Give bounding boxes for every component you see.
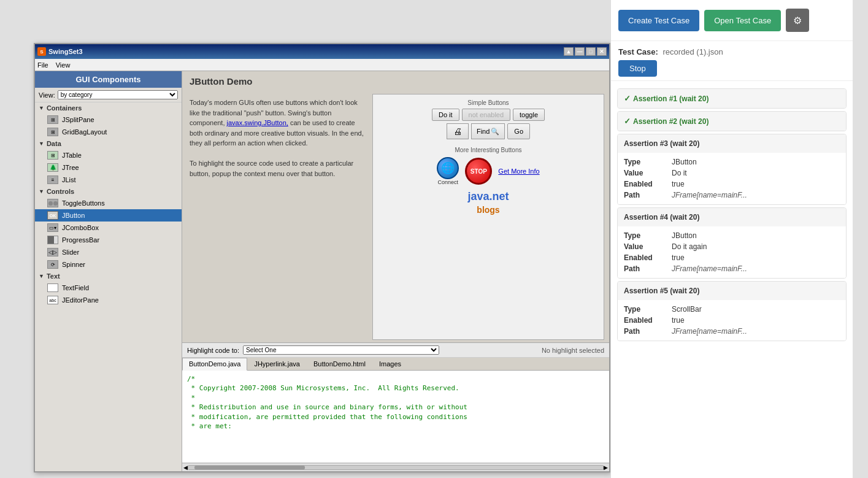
sidebar-item-jtable[interactable]: ⊞ JTable bbox=[35, 149, 182, 161]
assertion-2-label: Assertion #2 (wait 20) bbox=[633, 117, 709, 126]
path-val-4: JFrame[name=mainF... bbox=[672, 264, 840, 273]
sidebar-item-gridbaglayout[interactable]: ⊞ GridBagLayout bbox=[35, 126, 182, 138]
assertion-3-label: Assertion #3 (wait 20) bbox=[624, 139, 699, 148]
jbutton-link[interactable]: javax.swing.JButton, bbox=[227, 119, 288, 126]
highlight-select[interactable]: Select One bbox=[243, 345, 439, 355]
code-editor[interactable]: /* * Copyright 2007-2008 Sun Microsystem… bbox=[182, 371, 609, 463]
type-val-3: JButton bbox=[672, 158, 840, 166]
path-key-4: Path bbox=[624, 264, 667, 273]
printer-icon: 🖨 bbox=[453, 126, 462, 136]
menu-file[interactable]: File bbox=[37, 61, 48, 69]
chevron-up-icon: ▼ bbox=[39, 105, 44, 111]
assertion-1-label: Assertion #1 (wait 20) bbox=[633, 94, 709, 103]
sidebar-group-text: ▼ Text TextField abc JEditorPane bbox=[35, 271, 182, 306]
titlebar-minimize-btn[interactable]: — bbox=[575, 47, 585, 56]
path-key: Path bbox=[624, 191, 667, 199]
test-case-filename: recorded (1).json bbox=[663, 47, 723, 56]
enabled-val-3: true bbox=[672, 180, 840, 188]
group-containers-label[interactable]: Containers bbox=[47, 104, 82, 112]
jsplitpane-icon: ⊞ bbox=[47, 115, 58, 124]
sidebar-group-containers: ▼ Containers ⊞ JSplitPane ⊞ GridBagLayou… bbox=[35, 102, 182, 138]
java-logo: java.net blogs bbox=[378, 190, 599, 216]
more-buttons-label: More Interesting Buttons bbox=[378, 147, 599, 153]
scrollbar-track[interactable] bbox=[188, 465, 604, 470]
assertion-3-header[interactable]: Assertion #3 (wait 20) bbox=[618, 134, 846, 153]
toggle-button[interactable]: toggle bbox=[513, 109, 545, 121]
titlebar-maximize-btn[interactable]: □ bbox=[586, 47, 596, 56]
slider-icon: ◁▷ bbox=[47, 248, 58, 256]
titlebar-resize-btn[interactable]: ▲ bbox=[564, 47, 574, 56]
code-line-1: /* bbox=[187, 374, 604, 384]
sidebar-item-jbutton[interactable]: OK JButton bbox=[35, 209, 182, 222]
horizontal-scrollbar[interactable]: ◀ ▶ bbox=[182, 463, 609, 471]
stop-button[interactable]: Stop bbox=[618, 60, 657, 77]
path-val-3: JFrame[name=mainF... bbox=[672, 191, 840, 199]
icon-buttons-row: 🖨 Find 🔍 Go bbox=[378, 123, 599, 139]
jlist-icon: ≡ bbox=[47, 175, 58, 184]
open-test-case-button[interactable]: Open Test Case bbox=[704, 10, 781, 31]
group-text-label[interactable]: Text bbox=[47, 272, 60, 280]
scroll-left-btn[interactable]: ◀ bbox=[183, 465, 188, 471]
titlebar-close-btn[interactable]: ✕ bbox=[597, 47, 607, 56]
assertion-5-header[interactable]: Assertion #5 (wait 20) bbox=[618, 282, 846, 300]
find-button[interactable]: Find 🔍 bbox=[471, 123, 505, 139]
scrollbar-thumb[interactable] bbox=[194, 466, 305, 469]
do-it-button[interactable]: Do it bbox=[432, 109, 459, 121]
app-title: SwingSet3 bbox=[48, 48, 83, 55]
assertion-4-header[interactable]: Assertion #4 (wait 20) bbox=[618, 208, 846, 226]
sidebar-item-progressbar[interactable]: ProgressBar bbox=[35, 234, 182, 246]
app-window: S SwingSet3 ▲ — □ ✕ File View GUI Compon… bbox=[34, 43, 610, 472]
assertion-1-header[interactable]: ✓ Assertion #1 (wait 20) bbox=[618, 89, 846, 108]
stop-button[interactable]: STOP bbox=[465, 158, 492, 185]
group-controls-label[interactable]: Controls bbox=[47, 188, 74, 195]
demo-text-p2: To highlight the source code used to cre… bbox=[190, 158, 365, 179]
assertion-5: Assertion #5 (wait 20) Type ScrollBar En… bbox=[617, 281, 847, 341]
sidebar-item-jeditorpane[interactable]: abc JEditorPane bbox=[35, 294, 182, 306]
sidebar-item-slider[interactable]: ◁▷ Slider bbox=[35, 246, 182, 258]
path-key-5: Path bbox=[624, 327, 667, 336]
scroll-right-btn[interactable]: ▶ bbox=[604, 465, 608, 471]
enabled-val-4: true bbox=[672, 253, 840, 262]
printer-button[interactable]: 🖨 bbox=[447, 123, 469, 139]
menubar: File View bbox=[35, 59, 609, 71]
sidebar-item-jlist[interactable]: ≡ JList bbox=[35, 174, 182, 186]
sidebar-item-textfield[interactable]: TextField bbox=[35, 282, 182, 294]
assertion-4-label: Assertion #4 (wait 20) bbox=[624, 213, 699, 222]
type-key-4: Type bbox=[624, 231, 667, 240]
get-more-info-link[interactable]: Get More Info bbox=[498, 168, 539, 175]
assertion-4-body: Type JButton Value Do it again Enabled t… bbox=[618, 226, 846, 278]
type-val-4: JButton bbox=[672, 231, 840, 240]
sidebar-item-label: JList bbox=[62, 176, 76, 183]
assertion-2-header[interactable]: ✓ Assertion #2 (wait 20) bbox=[618, 112, 846, 131]
chevron-text-icon: ▼ bbox=[39, 273, 44, 279]
sidebar-item-label: JComboBox bbox=[62, 224, 99, 231]
menu-view[interactable]: View bbox=[56, 61, 71, 69]
sidebar-group-data: ▼ Data ⊞ JTable 🌲 JTree ≡ bbox=[35, 138, 182, 186]
tab-jhyperlink[interactable]: JHyperlink.java bbox=[247, 358, 307, 370]
go-button[interactable]: Go bbox=[507, 123, 530, 139]
group-data-label[interactable]: Data bbox=[47, 140, 61, 147]
java-blogs-text: blogs bbox=[477, 205, 499, 215]
view-select[interactable]: by category by name bbox=[58, 90, 178, 99]
sidebar-item-label: Spinner bbox=[62, 261, 85, 268]
sidebar-item-jcombobox[interactable]: ▭▾ JComboBox bbox=[35, 222, 182, 234]
path-val-5: JFrame[name=mainF... bbox=[672, 327, 840, 336]
sidebar-item-jtree[interactable]: 🌲 JTree bbox=[35, 161, 182, 174]
tab-buttonhtml[interactable]: ButtonDemo.html bbox=[307, 358, 372, 370]
find-label: Find bbox=[477, 128, 490, 135]
view-label: View: bbox=[39, 91, 55, 99]
connect-button[interactable]: 🌐 Connect bbox=[437, 157, 459, 185]
sidebar-item-spinner[interactable]: ⟳ Spinner bbox=[35, 258, 182, 271]
sidebar-item-jsplitpane[interactable]: ⊞ JSplitPane bbox=[35, 114, 182, 126]
create-test-case-button[interactable]: Create Test Case bbox=[618, 10, 699, 31]
sidebar-item-label: TextField bbox=[62, 284, 89, 291]
gridbaglayout-icon: ⊞ bbox=[47, 128, 58, 136]
settings-button[interactable]: ⚙ bbox=[786, 9, 809, 32]
demo-title: JButton Demo bbox=[182, 71, 609, 91]
tab-images[interactable]: Images bbox=[372, 358, 408, 370]
tab-buttondemojava[interactable]: ButtonDemo.java bbox=[182, 358, 247, 371]
sidebar-item-label: Slider bbox=[62, 249, 79, 256]
sidebar-item-togglebuttons[interactable]: ToggleButtons bbox=[35, 197, 182, 209]
sidebar-item-label: GridBagLayout bbox=[62, 128, 107, 136]
check-icon-1: ✓ bbox=[624, 94, 631, 103]
